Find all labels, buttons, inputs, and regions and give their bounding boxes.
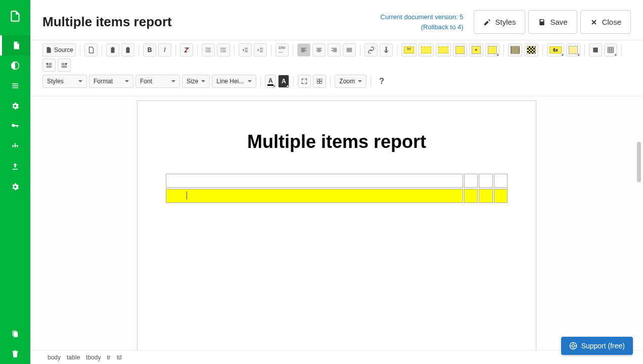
document-page[interactable]: Multiple items report <box>137 100 536 350</box>
sidebar-settings2-icon[interactable] <box>0 177 30 197</box>
font-select-label: Font <box>140 78 152 85</box>
text-color-icon[interactable]: A <box>265 75 276 88</box>
svg-rect-5 <box>65 63 67 65</box>
italic-icon[interactable]: I <box>158 43 171 57</box>
format-select[interactable]: Format <box>89 75 133 88</box>
placeholder-dash-icon[interactable] <box>419 43 434 57</box>
lineheight-label: Line Hei... <box>216 78 244 85</box>
barcode-icon[interactable] <box>508 43 522 57</box>
div-icon[interactable]: DIV— <box>275 43 289 57</box>
sidebar-trash-icon[interactable] <box>0 344 30 364</box>
newpage-icon[interactable] <box>84 43 98 57</box>
zoom-label: Zoom <box>339 78 355 85</box>
sidebar-sitemap-icon[interactable] <box>0 136 30 157</box>
element-path: bodytabletbodytrtd <box>30 350 643 364</box>
source-label: Source <box>54 46 73 54</box>
table-cell[interactable] <box>494 189 508 203</box>
paste-text-icon[interactable] <box>121 43 134 57</box>
lineheight-select[interactable]: Line Hei... <box>212 75 256 88</box>
numbered-list-icon[interactable] <box>202 43 215 57</box>
format-select-label: Format <box>94 78 113 85</box>
align-center-icon[interactable] <box>312 43 326 57</box>
breadcrumb-item[interactable]: body <box>48 354 61 361</box>
table-cell[interactable] <box>464 189 478 203</box>
breadcrumb-item[interactable]: td <box>117 354 122 361</box>
maximize-icon[interactable] <box>298 75 311 88</box>
paste-icon[interactable] <box>106 43 119 57</box>
save-button[interactable]: Save <box>528 10 577 34</box>
help-icon[interactable]: ? <box>375 75 388 88</box>
svg-point-7 <box>572 344 574 347</box>
bullet-list-icon[interactable] <box>217 43 230 57</box>
align-left-icon[interactable] <box>297 43 310 57</box>
document-table[interactable] <box>165 173 509 204</box>
vertical-scrollbar[interactable] <box>637 142 641 182</box>
sidebar-document-icon[interactable] <box>0 35 30 56</box>
close-button-label: Close <box>602 18 621 26</box>
styles-select-label: Styles <box>47 78 64 85</box>
table-cell[interactable] <box>494 174 508 188</box>
size-select[interactable]: Size <box>182 75 210 88</box>
table-cell[interactable] <box>464 174 478 188</box>
table-row[interactable] <box>166 174 508 188</box>
version-info: Current document version: 5 (Rollback to… <box>381 12 464 32</box>
dollar-placeholder-icon[interactable]: $x <box>547 43 564 57</box>
table-cell[interactable] <box>166 174 463 188</box>
table-row[interactable] <box>166 189 508 203</box>
placeholder-dash2-icon[interactable] <box>436 43 451 57</box>
font-select[interactable]: Font <box>135 75 180 88</box>
placeholder-link-icon[interactable]: ⚭ <box>469 43 483 57</box>
link-icon[interactable] <box>364 43 378 57</box>
sidebar-logo-icon[interactable] <box>0 6 30 26</box>
topbar: Multiple items report Current document v… <box>30 0 643 40</box>
page-placeholder-icon[interactable] <box>566 43 580 57</box>
wrap-right-icon[interactable] <box>58 59 71 72</box>
show-blocks-icon[interactable] <box>313 75 326 88</box>
anchor-icon[interactable] <box>380 43 393 57</box>
placeholder-card-icon[interactable] <box>485 43 499 57</box>
remove-format-icon[interactable] <box>180 43 193 57</box>
sidebar-list-icon[interactable] <box>0 76 30 96</box>
sidebar-copy-icon[interactable] <box>0 324 30 344</box>
table-cell[interactable] <box>479 189 492 203</box>
align-right-icon[interactable] <box>328 43 341 57</box>
size-select-label: Size <box>187 78 198 85</box>
styles-button-label: Styles <box>495 18 516 26</box>
rollback-link[interactable]: (Rollback to 4) <box>421 23 464 31</box>
placeholder-image-icon[interactable] <box>453 43 467 57</box>
breadcrumb-item[interactable]: tbody <box>86 354 101 361</box>
support-button[interactable]: Support (free) <box>561 337 633 355</box>
page-title: Multiple items report <box>42 14 381 30</box>
sidebar-settings-icon[interactable] <box>0 96 30 116</box>
canvas-area[interactable]: Multiple items report <box>30 96 643 350</box>
sidebar-contrast-icon[interactable] <box>0 56 30 76</box>
zoom-select[interactable]: Zoom <box>335 75 366 88</box>
table-cell[interactable] <box>479 174 492 188</box>
breadcrumb-item[interactable]: tr <box>107 354 110 361</box>
document-heading[interactable]: Multiple items report <box>163 131 511 152</box>
sidebar-upload-icon[interactable] <box>0 157 30 177</box>
breadcrumb-item[interactable]: table <box>67 354 80 361</box>
align-justify-icon[interactable] <box>343 43 356 57</box>
editor-toolbar: Source B I DIV— <box>30 40 643 96</box>
image-icon[interactable] <box>589 43 602 57</box>
table-icon[interactable] <box>604 43 617 57</box>
bg-color-icon[interactable]: A <box>278 75 289 88</box>
wrap-left-icon[interactable] <box>42 59 56 72</box>
svg-rect-4 <box>47 63 49 65</box>
indent-icon[interactable] <box>254 43 267 57</box>
bold-icon[interactable]: B <box>143 43 156 57</box>
svg-point-2 <box>220 49 221 50</box>
table-cell[interactable] <box>166 189 463 203</box>
svg-point-3 <box>220 51 221 53</box>
placeholder-text-icon[interactable]: txt <box>401 43 417 57</box>
qrcode-icon[interactable] <box>524 43 538 57</box>
version-line: Current document version: 5 <box>381 12 464 22</box>
svg-point-1 <box>220 48 221 49</box>
outdent-icon[interactable] <box>239 43 252 57</box>
source-button[interactable]: Source <box>42 43 76 57</box>
close-button[interactable]: Close <box>580 10 631 34</box>
styles-button[interactable]: Styles <box>474 10 526 34</box>
styles-select[interactable]: Styles <box>42 75 87 88</box>
sidebar-key-icon[interactable] <box>0 116 30 136</box>
